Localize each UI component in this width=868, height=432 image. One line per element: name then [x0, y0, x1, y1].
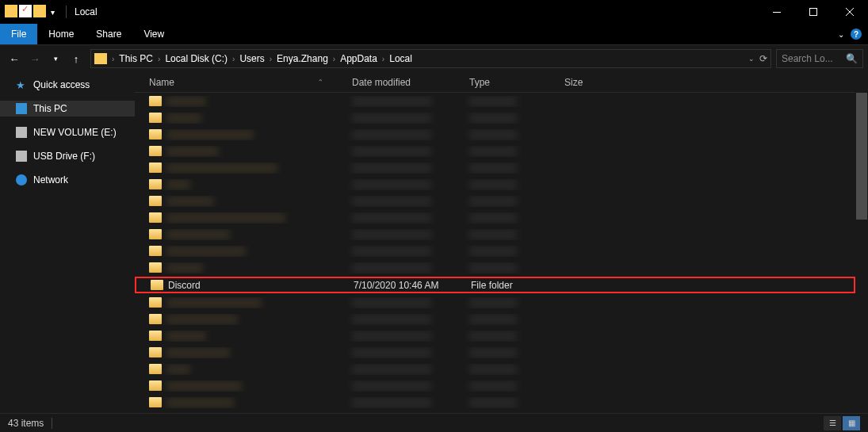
address-bar[interactable]: › This PC › Local Disk (C:) › Users › En…: [90, 49, 771, 68]
chevron-right-icon[interactable]: ›: [231, 55, 236, 63]
table-row[interactable]: [135, 109, 855, 126]
svg-rect-0: [773, 12, 781, 13]
chevron-right-icon[interactable]: ›: [156, 55, 162, 63]
folder-icon: [149, 146, 162, 156]
column-header-name[interactable]: Name ⌃: [143, 77, 346, 88]
table-row[interactable]: [135, 361, 855, 377]
search-placeholder: Search Lo...: [782, 53, 833, 64]
breadcrumb-appdata[interactable]: AppData: [337, 50, 380, 67]
pc-icon: [16, 103, 27, 114]
view-details-button[interactable]: ☰: [824, 416, 841, 430]
folder-icon: [149, 196, 162, 206]
folder-icon: [149, 229, 162, 239]
vertical-scrollbar[interactable]: [855, 72, 868, 413]
sidebar-item-new-volume[interactable]: NEW VOLUME (E:): [0, 124, 135, 140]
window-title: Local: [75, 6, 98, 17]
minimize-button[interactable]: [759, 0, 795, 24]
properties-icon[interactable]: [19, 5, 32, 17]
sidebar-item-label: NEW VOLUME (E:): [33, 127, 117, 138]
tab-view[interactable]: View: [132, 24, 175, 44]
table-row[interactable]: [135, 344, 855, 361]
table-row[interactable]: [135, 243, 855, 259]
usb-icon: [16, 151, 27, 162]
sort-arrow-icon: ⌃: [318, 78, 323, 86]
table-row[interactable]: [135, 394, 855, 411]
sidebar-item-network[interactable]: Network: [0, 172, 135, 188]
breadcrumb-user[interactable]: Enya.Zhang: [273, 50, 331, 67]
expand-ribbon-button[interactable]: ⌄: [835, 27, 847, 42]
sidebar-item-usb-drive[interactable]: USB Drive (F:): [0, 148, 135, 164]
forward-button[interactable]: →: [25, 49, 44, 68]
table-row[interactable]: [135, 176, 855, 193]
navigation-bar: ← → ▾ ↑ › This PC › Local Disk (C:) › Us…: [0, 45, 868, 72]
svg-rect-1: [810, 9, 817, 16]
folder-icon: [149, 96, 162, 106]
folder-icon: [5, 5, 17, 17]
table-row[interactable]: [135, 193, 855, 209]
folder-icon: [151, 280, 163, 290]
table-row[interactable]: [135, 93, 855, 109]
sidebar-item-this-pc[interactable]: This PC: [0, 101, 135, 117]
table-row[interactable]: [135, 209, 855, 226]
refresh-icon[interactable]: ⟳: [759, 53, 767, 64]
table-row[interactable]: [135, 126, 855, 143]
ribbon-tabs: File Home Share View ⌄ ?: [0, 24, 868, 44]
title-bar: ▾ Local: [0, 0, 868, 24]
status-item-count: 43 items: [8, 418, 44, 429]
separator: [66, 6, 67, 18]
table-row[interactable]: [135, 226, 855, 243]
tab-file[interactable]: File: [0, 24, 37, 44]
column-headers: Name ⌃ Date modified Type Size: [135, 72, 855, 93]
view-large-icons-button[interactable]: ▦: [843, 416, 860, 430]
status-bar: 43 items ☰ ▦: [0, 413, 868, 432]
maximize-button[interactable]: [795, 0, 832, 24]
maximize-icon: [809, 8, 817, 16]
table-row[interactable]: [135, 259, 855, 276]
chevron-right-icon[interactable]: ›: [380, 55, 386, 63]
table-row[interactable]: [135, 327, 855, 344]
help-icon[interactable]: ?: [851, 29, 862, 40]
file-date: 7/10/2020 10:46 AM: [347, 280, 465, 291]
table-row-discord[interactable]: Discord7/10/2020 10:46 AMFile folder: [135, 277, 855, 293]
breadcrumb-this-pc[interactable]: This PC: [116, 50, 156, 67]
folder-icon: [149, 246, 162, 256]
chevron-down-icon[interactable]: ⌄: [748, 55, 755, 63]
tab-home[interactable]: Home: [37, 24, 85, 44]
close-button[interactable]: [832, 0, 868, 24]
minimize-icon: [773, 12, 781, 13]
sidebar-item-label: Quick access: [33, 79, 90, 90]
up-button[interactable]: ↑: [67, 49, 86, 68]
breadcrumb-local-disk-c[interactable]: Local Disk (C:): [162, 50, 231, 67]
folder-icon: [149, 347, 162, 357]
table-row[interactable]: [135, 377, 855, 394]
chevron-right-icon[interactable]: ›: [110, 55, 116, 63]
close-icon: [846, 8, 854, 16]
chevron-down-icon[interactable]: ▾: [48, 5, 58, 20]
recent-locations-button[interactable]: ▾: [46, 49, 65, 68]
search-input[interactable]: Search Lo... 🔍: [776, 49, 863, 68]
back-button[interactable]: ←: [5, 49, 24, 68]
drive-icon: [16, 127, 27, 138]
table-row[interactable]: [135, 311, 855, 327]
chevron-right-icon[interactable]: ›: [331, 55, 337, 63]
breadcrumb-users[interactable]: Users: [236, 50, 267, 67]
file-list: Name ⌃ Date modified Type Size Discord7/…: [135, 72, 855, 413]
folder-icon: [149, 380, 162, 391]
scroll-thumb[interactable]: [856, 93, 867, 220]
table-row[interactable]: [135, 143, 855, 159]
folder-icon: [149, 113, 162, 123]
folder-icon: [149, 129, 162, 140]
chevron-right-icon[interactable]: ›: [268, 55, 273, 63]
column-header-size[interactable]: Size: [558, 77, 629, 88]
tab-share[interactable]: Share: [85, 24, 132, 44]
table-row[interactable]: [135, 159, 855, 176]
sidebar-item-quick-access[interactable]: ★ Quick access: [0, 77, 135, 93]
folder-icon: [149, 297, 162, 308]
star-icon: ★: [16, 79, 27, 90]
column-header-type[interactable]: Type: [463, 77, 558, 88]
folder-icon: [149, 397, 162, 407]
table-row[interactable]: [135, 294, 855, 311]
breadcrumb-local[interactable]: Local: [386, 50, 415, 67]
column-header-date[interactable]: Date modified: [346, 77, 463, 88]
folder-icon: [149, 162, 162, 173]
